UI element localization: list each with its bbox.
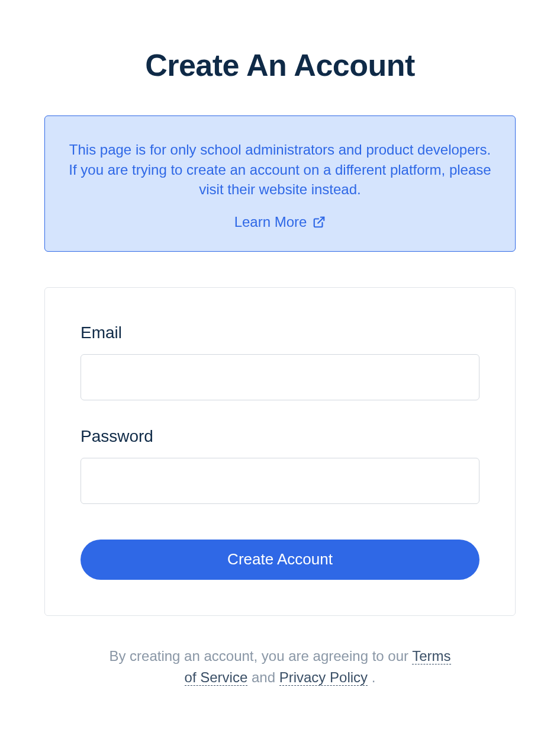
svg-line-0: [318, 217, 324, 223]
password-field[interactable]: [81, 458, 479, 504]
password-group: Password: [81, 427, 479, 504]
learn-more-link[interactable]: Learn More: [234, 214, 326, 230]
email-label: Email: [81, 323, 479, 342]
email-group: Email: [81, 323, 479, 400]
footer-suffix: .: [372, 669, 376, 685]
footer-connector: and: [252, 669, 279, 685]
external-link-icon: [313, 216, 326, 229]
footer-prefix: By creating an account, you are agreeing…: [109, 648, 412, 664]
page-title: Create An Account: [145, 47, 415, 83]
create-account-button[interactable]: Create Account: [81, 540, 479, 580]
info-banner-text: This page is for only school administrat…: [69, 140, 491, 200]
info-banner: This page is for only school administrat…: [44, 115, 516, 252]
email-field[interactable]: [81, 354, 479, 400]
signup-form-card: Email Password Create Account: [44, 287, 516, 616]
privacy-policy-link[interactable]: Privacy Policy: [279, 669, 368, 686]
learn-more-label: Learn More: [234, 214, 307, 230]
footer-agreement-text: By creating an account, you are agreeing…: [102, 646, 458, 688]
password-label: Password: [81, 427, 479, 446]
